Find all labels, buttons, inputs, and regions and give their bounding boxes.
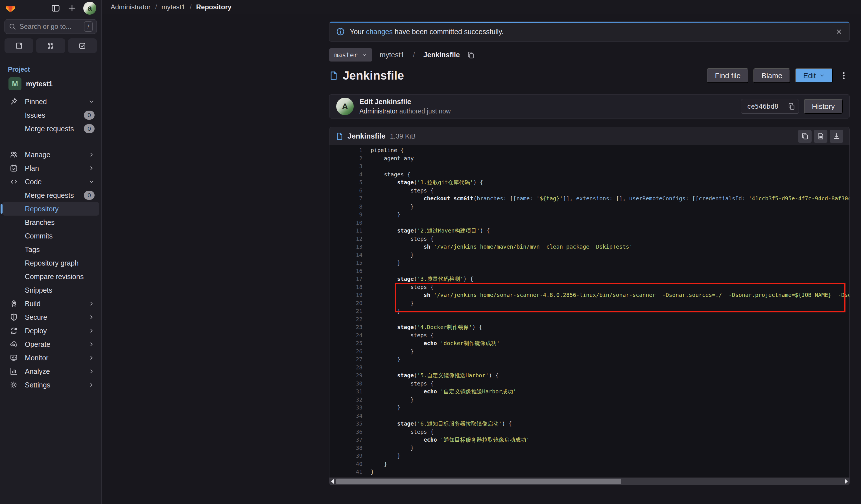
line-number[interactable]: 3: [329, 163, 366, 171]
shortcut-todo-check-icon[interactable]: [68, 38, 97, 53]
find-file-button[interactable]: Find file: [707, 68, 748, 83]
line-number[interactable]: 25: [329, 339, 366, 348]
line-number[interactable]: 10: [329, 219, 366, 227]
sidebar-item-merge-requests[interactable]: Merge requests0: [2, 188, 99, 202]
branch-selector[interactable]: master: [329, 48, 372, 61]
sidebar-item-repository-graph[interactable]: Repository graph: [2, 256, 99, 270]
line-number[interactable]: 27: [329, 355, 366, 364]
sidebar-item-compare-revisions[interactable]: Compare revisions: [2, 270, 99, 283]
sidebar-toggle-icon[interactable]: [51, 3, 61, 13]
line-number[interactable]: 18: [329, 283, 366, 292]
sidebar-item-snippets[interactable]: Snippets: [2, 283, 99, 297]
shortcut-merge-request-icon[interactable]: [36, 38, 65, 53]
code-line-content: [366, 316, 849, 324]
line-number[interactable]: 37: [329, 436, 366, 444]
path-project-link[interactable]: mytest1: [380, 51, 405, 59]
line-number[interactable]: 28: [329, 364, 366, 372]
sidebar-item-pinned[interactable]: Pinned: [2, 95, 99, 108]
code-line-content: stages {: [366, 171, 849, 179]
line-number[interactable]: 19: [329, 291, 366, 299]
scrollbar-thumb[interactable]: [336, 479, 621, 484]
sidebar-item-secure[interactable]: Secure: [2, 310, 99, 324]
line-number[interactable]: 29: [329, 372, 366, 380]
line-number[interactable]: 35: [329, 420, 366, 428]
line-number[interactable]: 34: [329, 412, 366, 420]
commit-title-link[interactable]: Edit Jenkinsfile: [359, 98, 451, 106]
line-number[interactable]: 6: [329, 187, 366, 195]
shortcut-issues-doc-icon[interactable]: [4, 38, 33, 53]
line-number[interactable]: 38: [329, 444, 366, 452]
line-number[interactable]: 21: [329, 307, 366, 316]
line-number[interactable]: 11: [329, 227, 366, 235]
line-number[interactable]: 32: [329, 396, 366, 404]
close-icon[interactable]: [835, 28, 843, 35]
breadcrumb-item-mytest1[interactable]: mytest1: [162, 3, 185, 11]
line-number[interactable]: 20: [329, 299, 366, 308]
sidebar-item-merge-requests[interactable]: Merge requests0: [2, 122, 99, 136]
blame-button[interactable]: Blame: [753, 68, 790, 83]
breadcrumb-item-administrator[interactable]: Administrator: [111, 3, 150, 11]
user-avatar[interactable]: a: [83, 2, 96, 15]
line-number[interactable]: 15: [329, 259, 366, 267]
line-number[interactable]: 36: [329, 428, 366, 436]
history-button[interactable]: History: [804, 99, 843, 114]
line-number[interactable]: 31: [329, 388, 366, 396]
create-new-plus-icon[interactable]: [67, 3, 77, 13]
scroll-left-arrow-icon[interactable]: [331, 479, 334, 484]
download-icon[interactable]: [830, 130, 843, 143]
kebab-menu-icon[interactable]: [838, 71, 850, 80]
sidebar-item-settings[interactable]: Settings: [2, 378, 99, 392]
line-number[interactable]: 40: [329, 460, 366, 468]
code-line-content: }: [366, 468, 849, 476]
commit-author-avatar[interactable]: A: [336, 98, 354, 115]
sidebar-item-deploy[interactable]: Deploy: [2, 324, 99, 337]
line-number[interactable]: 24: [329, 332, 366, 340]
sidebar-item-issues[interactable]: Issues0: [2, 108, 99, 122]
search-input[interactable]: Search or go to... /: [4, 19, 97, 34]
operate-icon: [10, 340, 18, 349]
line-number[interactable]: 22: [329, 316, 366, 324]
line-number[interactable]: 2: [329, 155, 366, 163]
sidebar-item-tags[interactable]: Tags: [2, 243, 99, 256]
sidebar-item-build[interactable]: Build: [2, 297, 99, 310]
line-number[interactable]: 5: [329, 179, 366, 187]
line-number[interactable]: 13: [329, 243, 366, 251]
line-number[interactable]: 30: [329, 380, 366, 388]
line-number[interactable]: 39: [329, 452, 366, 460]
sidebar-item-commits[interactable]: Commits: [2, 229, 99, 243]
line-number[interactable]: 26: [329, 348, 366, 356]
sidebar-item-code[interactable]: Code: [2, 175, 99, 188]
sidebar-item-manage[interactable]: Manage: [2, 148, 99, 162]
sidebar-item-branches[interactable]: Branches: [2, 215, 99, 229]
line-number[interactable]: 9: [329, 211, 366, 219]
line-number[interactable]: 23: [329, 323, 366, 332]
gitlab-logo-icon[interactable]: [5, 3, 16, 13]
code-line-content: checkout scmGit(branches: [[name: '${tag…: [366, 195, 849, 203]
sidebar-item-plan[interactable]: Plan: [2, 162, 99, 175]
sidebar-item-analyze[interactable]: Analyze: [2, 365, 99, 378]
sidebar-item-project-mytest1[interactable]: M mytest1: [2, 75, 99, 92]
code-line-content: stage('1.拉取git仓库代码') {: [366, 179, 849, 187]
copy-path-icon[interactable]: [467, 51, 475, 59]
horizontal-scrollbar[interactable]: [329, 477, 849, 485]
sidebar-item-repository[interactable]: Repository: [2, 202, 99, 215]
line-number[interactable]: 12: [329, 235, 366, 243]
copy-sha-icon[interactable]: [784, 99, 798, 113]
line-number[interactable]: 7: [329, 195, 366, 203]
sidebar-item-operate[interactable]: Operate: [2, 337, 99, 351]
line-number[interactable]: 41: [329, 468, 366, 476]
line-number[interactable]: 4: [329, 171, 366, 179]
open-raw-icon[interactable]: [814, 130, 828, 143]
scroll-right-arrow-icon[interactable]: [845, 479, 848, 484]
edit-button[interactable]: Edit: [795, 68, 833, 83]
copy-file-contents-icon[interactable]: [798, 130, 811, 143]
line-number[interactable]: 33: [329, 404, 366, 412]
line-number[interactable]: 14: [329, 251, 366, 259]
changes-link[interactable]: changes: [366, 28, 393, 36]
line-number[interactable]: 16: [329, 267, 366, 276]
line-number[interactable]: 8: [329, 203, 366, 211]
line-number[interactable]: 1: [329, 146, 366, 155]
breadcrumb-item-repository[interactable]: Repository: [196, 3, 232, 11]
sidebar-item-monitor[interactable]: Monitor: [2, 351, 99, 365]
line-number[interactable]: 17: [329, 275, 366, 283]
